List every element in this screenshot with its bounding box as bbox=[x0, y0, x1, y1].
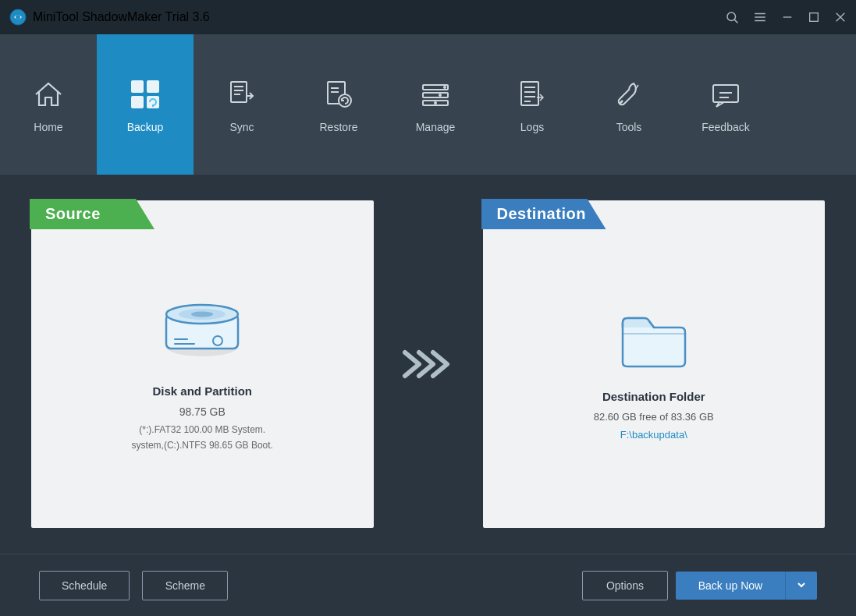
destination-card[interactable]: Destination Destination Folder 82.60 GB … bbox=[483, 200, 826, 528]
nav-manage[interactable]: Manage bbox=[387, 34, 484, 175]
backup-now-dropdown-button[interactable] bbox=[785, 572, 817, 600]
title-bar: MiniTool ShadowMaker Trial 3.6 bbox=[0, 0, 856, 34]
disk-icon bbox=[159, 291, 245, 369]
logs-icon bbox=[513, 76, 551, 113]
nav-tools-label: Tools bbox=[616, 121, 642, 133]
feedback-icon bbox=[707, 76, 744, 113]
search-icon[interactable] bbox=[725, 10, 739, 24]
source-size: 98.75 GB bbox=[179, 405, 226, 418]
svg-point-2 bbox=[727, 12, 736, 21]
scheme-button[interactable]: Scheme bbox=[142, 571, 228, 600]
backup-now-group: Back up Now bbox=[676, 572, 817, 600]
source-content: Disk and Partition 98.75 GB (*:).FAT32 1… bbox=[116, 275, 289, 468]
backup-icon bbox=[126, 76, 164, 113]
app-logo-icon bbox=[9, 9, 27, 26]
folder-icon bbox=[615, 304, 693, 374]
destination-free: 82.60 GB free of 83.36 GB bbox=[594, 411, 714, 423]
bottom-left: Schedule Scheme bbox=[39, 571, 228, 600]
svg-point-20 bbox=[339, 94, 351, 107]
nav-tools[interactable]: Tools bbox=[581, 34, 677, 175]
nav-restore[interactable]: Restore bbox=[290, 34, 387, 175]
svg-rect-24 bbox=[423, 93, 448, 97]
main-content: Source Disk and P bbox=[0, 175, 856, 554]
source-wrapper: Source Disk and P bbox=[31, 200, 374, 528]
backup-now-button[interactable]: Back up Now bbox=[676, 572, 785, 600]
svg-point-28 bbox=[434, 101, 437, 104]
destination-header: Destination bbox=[481, 199, 606, 229]
minimize-button[interactable] bbox=[781, 11, 794, 23]
svg-rect-13 bbox=[131, 96, 144, 108]
nav-restore-label: Restore bbox=[319, 121, 357, 133]
nav-home[interactable]: Home bbox=[0, 34, 97, 175]
nav-logs-label: Logs bbox=[520, 121, 544, 133]
nav-bar: Home Backup Sync bbox=[0, 34, 856, 175]
options-button[interactable]: Options bbox=[582, 571, 668, 600]
nav-manage-label: Manage bbox=[416, 121, 456, 133]
nav-backup[interactable]: Backup bbox=[97, 34, 194, 175]
title-bar-left: MiniTool ShadowMaker Trial 3.6 bbox=[9, 9, 210, 26]
close-button[interactable] bbox=[834, 11, 847, 23]
nav-backup-label: Backup bbox=[127, 121, 164, 133]
svg-line-3 bbox=[734, 19, 737, 23]
source-card[interactable]: Source Disk and P bbox=[31, 200, 374, 528]
bottom-bar: Schedule Scheme Options Back up Now bbox=[0, 554, 856, 616]
destination-path: F:\backupdata\ bbox=[620, 429, 687, 441]
manage-icon bbox=[417, 76, 454, 113]
nav-feedback-label: Feedback bbox=[701, 121, 749, 133]
svg-point-26 bbox=[443, 86, 446, 89]
title-controls bbox=[725, 10, 847, 24]
sync-icon bbox=[223, 76, 261, 113]
svg-rect-12 bbox=[147, 80, 159, 93]
app-title: MiniTool ShadowMaker Trial 3.6 bbox=[33, 10, 210, 24]
nav-home-label: Home bbox=[34, 121, 62, 133]
restore-nav-icon bbox=[320, 76, 357, 113]
restore-button[interactable] bbox=[808, 11, 820, 23]
destination-content: Destination Folder 82.60 GB free of 83.3… bbox=[578, 289, 730, 456]
home-icon bbox=[30, 76, 67, 113]
svg-rect-11 bbox=[131, 80, 144, 93]
svg-rect-15 bbox=[231, 82, 247, 102]
nav-sync[interactable]: Sync bbox=[194, 34, 290, 175]
destination-title: Destination Folder bbox=[602, 390, 705, 403]
source-detail: (*:).FAT32 100.00 MB System.system,(C:).… bbox=[132, 423, 273, 452]
svg-point-1 bbox=[16, 15, 20, 19]
nav-feedback[interactable]: Feedback bbox=[677, 34, 774, 175]
svg-point-41 bbox=[191, 312, 213, 317]
nav-sync-label: Sync bbox=[229, 121, 254, 133]
tools-icon bbox=[610, 76, 648, 113]
bottom-right: Options Back up Now bbox=[582, 571, 817, 600]
menu-icon[interactable] bbox=[753, 10, 767, 24]
arrow-connector bbox=[374, 345, 483, 384]
svg-point-27 bbox=[439, 94, 442, 97]
destination-wrapper: Destination Destination Folder 82.60 GB … bbox=[483, 200, 826, 528]
svg-rect-8 bbox=[810, 13, 819, 22]
source-title: Disk and Partition bbox=[152, 384, 252, 398]
nav-logs[interactable]: Logs bbox=[484, 34, 581, 175]
schedule-button[interactable]: Schedule bbox=[39, 571, 130, 600]
source-header: Source bbox=[30, 199, 155, 229]
